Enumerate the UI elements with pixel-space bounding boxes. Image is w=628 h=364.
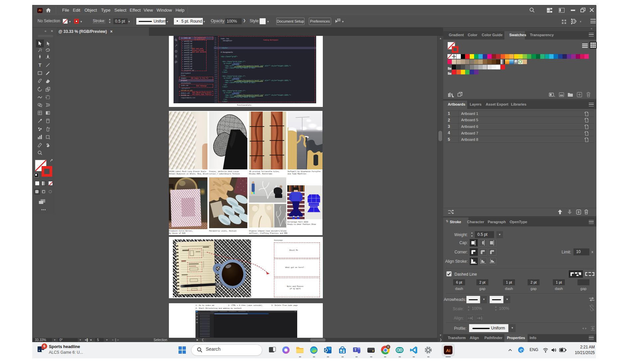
svg-text:Ai: Ai xyxy=(446,348,450,353)
svg-text:T: T xyxy=(354,348,356,352)
